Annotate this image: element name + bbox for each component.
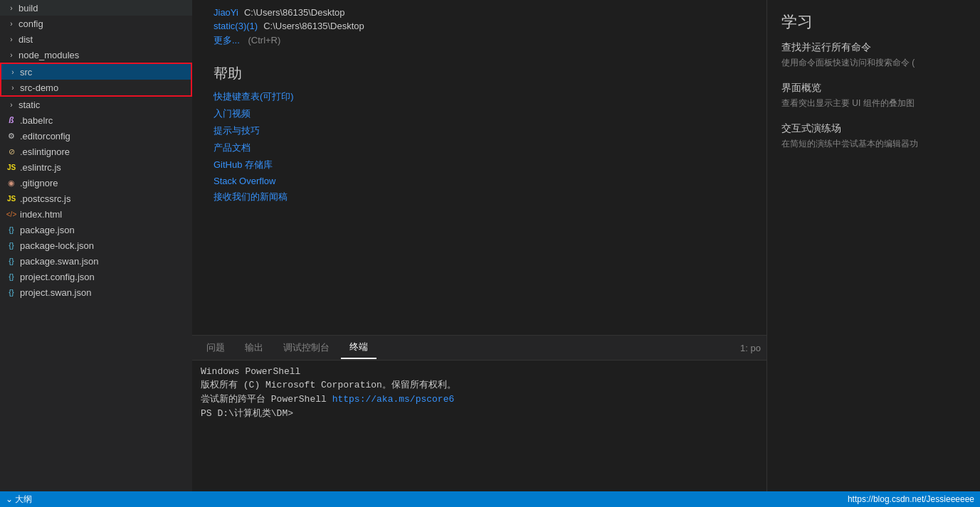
right-item-title-overview: 界面概览 [781, 82, 966, 95]
terminal-line-2: 版权所有 (C) Microsoft Corporation。保留所有权利。 [201, 378, 758, 391]
sidebar-item-label: .editorconfig [20, 131, 70, 142]
right-item-desc-overview: 查看突出显示主要 UI 组件的叠加图 [781, 97, 966, 110]
welcome-area: JiaoYi C:\Users\86135\Desktop static(3)(… [192, 0, 766, 335]
status-bar-left: ⌄ 大纲 [6, 493, 32, 506]
recent-link-jiaoyi[interactable]: JiaoYi [214, 7, 238, 18]
chevron-right-icon: › [7, 66, 19, 78]
sidebar-item-package-json[interactable]: {} package.json [0, 222, 192, 238]
help-link-tips[interactable]: 提示与技巧 [214, 124, 745, 137]
status-bar: ⌄ 大纲 https://blog.csdn.net/Jessieeeeee [0, 491, 980, 507]
highlighted-group: › src › src-demo [0, 63, 192, 97]
chevron-right-icon: › [6, 33, 17, 45]
terminal-content[interactable]: Windows PowerShell 版权所有 (C) Microsoft Co… [192, 361, 766, 491]
help-link-docs[interactable]: 产品文档 [214, 142, 745, 154]
tab-terminal[interactable]: 终端 [341, 336, 376, 359]
recent-item-jiaoyi: JiaoYi C:\Users\86135\Desktop [214, 7, 745, 18]
terminal-line-6: PS D:\计算机类\DM> [201, 407, 758, 420]
sidebar-item-eslintignore[interactable]: ⊘ .eslintignore [0, 144, 192, 159]
help-link-github[interactable]: GitHub 存储库 [214, 159, 745, 171]
chevron-right-icon: › [7, 82, 19, 93]
help-link-intro-video[interactable]: 入门视频 [214, 107, 745, 120]
braces-icon: {} [6, 287, 17, 298]
sidebar-item-postcssrc[interactable]: JS .postcssrc.js [0, 191, 192, 206]
ctrl-hint: (Ctrl+R) [248, 35, 280, 46]
right-item-desc-playground: 在简短的演练中尝试基本的编辑器功 [781, 138, 966, 150]
sidebar-item-label: node_modules [19, 50, 79, 60]
sidebar-item-index-html[interactable]: </> index.html [0, 206, 192, 222]
main-area: › build › config › dist › node_modules ›… [0, 0, 980, 491]
sidebar-item-label: package.swan.json [20, 256, 99, 267]
braces-icon: {} [6, 255, 17, 267]
sidebar-item-src-demo[interactable]: › src-demo [1, 80, 191, 95]
sidebar-item-dist[interactable]: › dist [0, 31, 192, 47]
sidebar-item-eslintrc[interactable]: JS .eslintrc.js [0, 159, 192, 175]
sidebar-item-gitignore[interactable]: ◉ .gitignore [0, 175, 192, 191]
circle-icon: ◉ [6, 177, 17, 188]
gear-icon: ⚙ [6, 130, 17, 142]
more-link[interactable]: 更多... [214, 35, 240, 46]
status-bar-right: https://blog.csdn.net/Jessieeeeee [848, 494, 974, 504]
sidebar-item-node-modules[interactable]: › node_modules [0, 47, 192, 63]
sidebar-item-label: package.json [20, 225, 75, 235]
sidebar-item-config[interactable]: › config [0, 16, 192, 31]
help-link-stackoverflow[interactable]: Stack Overflow [214, 176, 745, 186]
recent-path-jiaoyi: C:\Users\86135\Desktop [244, 7, 345, 18]
chevron-right-icon: › [6, 18, 17, 29]
sidebar-item-package-swan-json[interactable]: {} package.swan.json [0, 253, 192, 269]
terminal-line-4: 尝试新的跨平台 PowerShell https://aka.ms/pscore… [201, 393, 758, 405]
sidebar-item-build[interactable]: › build [0, 0, 192, 16]
sidebar-item-label: src-demo [20, 82, 58, 93]
circle-slash-icon: ⊘ [6, 146, 17, 157]
chevron-right-icon: › [6, 2, 17, 14]
sidebar: › build › config › dist › node_modules ›… [0, 0, 192, 491]
terminal-url[interactable]: https://aka.ms/pscore6 [332, 394, 455, 405]
terminal-tabs: 问题 输出 调试控制台 终端 1: po [192, 336, 766, 361]
tab-problems[interactable]: 问题 [198, 337, 233, 358]
right-item-overview: 界面概览 查看突出显示主要 UI 组件的叠加图 [781, 82, 966, 110]
right-item-title-playground: 交互式演练场 [781, 122, 966, 135]
braces-icon: {} [6, 240, 17, 251]
sidebar-item-project-swan-json[interactable]: {} project.swan.json [0, 284, 192, 300]
chevron-right-icon: › [6, 99, 17, 110]
right-item-commands: 查找并运行所有命令 使用命令面板快速访问和搜索命令 ( [781, 41, 966, 69]
tab-debug-console[interactable]: 调试控制台 [275, 337, 338, 358]
sidebar-item-label: .gitignore [20, 178, 58, 188]
recent-link-static[interactable]: static(3)(1) [214, 21, 258, 31]
sidebar-item-label: static [19, 100, 40, 110]
right-panel: 学习 查找并运行所有命令 使用命令面板快速访问和搜索命令 ( 界面概览 查看突出… [766, 0, 980, 491]
status-csdn-link[interactable]: https://blog.csdn.net/Jessieeeeee [848, 494, 974, 504]
sidebar-item-editorconfig[interactable]: ⚙ .editorconfig [0, 128, 192, 144]
recent-section: JiaoYi C:\Users\86135\Desktop static(3)(… [214, 7, 745, 47]
outline-label[interactable]: ⌄ 大纲 [6, 493, 32, 506]
terminal-line-1: Windows PowerShell [201, 366, 758, 377]
sidebar-item-label: .postcssrc.js [20, 193, 71, 204]
sidebar-item-label: index.html [20, 209, 62, 220]
sidebar-item-label: config [19, 18, 43, 29]
sidebar-item-package-lock-json[interactable]: {} package-lock.json [0, 238, 192, 253]
terminal-instance-label: 1: po [740, 343, 761, 353]
sidebar-item-babelrc[interactable]: ß .babelrc [0, 112, 192, 128]
sidebar-item-static[interactable]: › static [0, 97, 192, 112]
beta-icon: ß [6, 114, 17, 126]
right-item-playground: 交互式演练场 在简短的演练中尝试基本的编辑器功 [781, 122, 966, 150]
sidebar-item-label: .babelrc [20, 115, 53, 126]
sidebar-item-project-config-json[interactable]: {} project.config.json [0, 269, 192, 284]
sidebar-item-label: .eslintignore [20, 146, 70, 157]
terminal-panel: 问题 输出 调试控制台 终端 1: po Windows PowerShell … [192, 335, 766, 491]
braces-icon: {} [6, 224, 17, 235]
sidebar-item-label: .eslintrc.js [20, 162, 61, 173]
sidebar-item-label: build [19, 3, 38, 14]
sidebar-item-src[interactable]: › src [1, 64, 191, 80]
content-panel: JiaoYi C:\Users\86135\Desktop static(3)(… [192, 0, 766, 491]
help-link-newsletter[interactable]: 接收我们的新闻稿 [214, 191, 745, 203]
sidebar-item-label: project.config.json [20, 272, 95, 282]
right-item-desc-commands: 使用命令面板快速访问和搜索命令 ( [781, 57, 966, 69]
help-link-keyboard[interactable]: 快捷键查表(可打印) [214, 90, 745, 103]
sidebar-item-label: src [20, 67, 32, 78]
right-section-title: 学习 [781, 11, 966, 33]
tab-output[interactable]: 输出 [236, 337, 272, 358]
help-section: 帮助 快捷键查表(可打印) 入门视频 提示与技巧 产品文档 GitHub 存储库… [214, 64, 745, 208]
help-section-title: 帮助 [214, 64, 745, 83]
recent-path-static: C:\Users\86135\Desktop [263, 21, 364, 31]
html-icon: </> [6, 208, 17, 220]
